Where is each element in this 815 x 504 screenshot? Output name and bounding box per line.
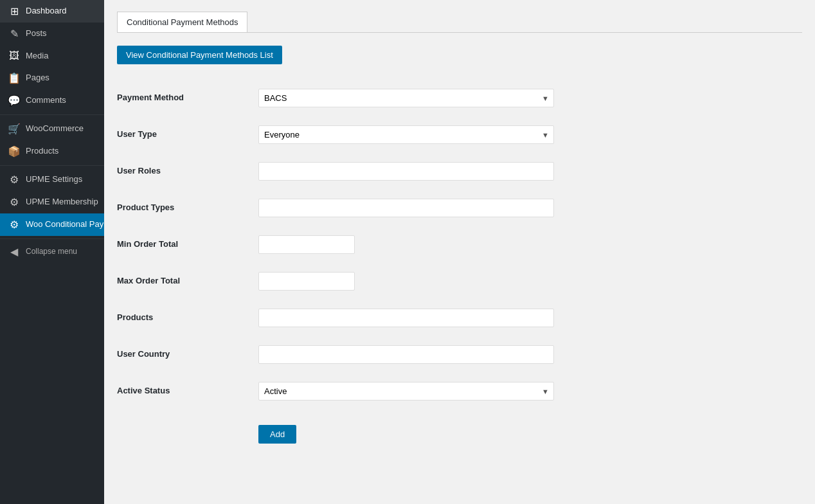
sidebar-item-label: Posts bbox=[26, 28, 47, 39]
user-type-select[interactable]: Everyone Logged In Logged Out bbox=[258, 125, 554, 144]
products-label: Products bbox=[117, 309, 258, 322]
max-order-row: Max Order Total bbox=[117, 263, 802, 300]
payment-method-label: Payment Method bbox=[117, 89, 258, 102]
pages-icon: 📋 bbox=[8, 72, 21, 84]
payment-method-field: BACS PayPal Stripe Cash on Delivery ▼ bbox=[258, 89, 554, 107]
products-row: Products bbox=[117, 300, 802, 336]
sidebar-collapse-menu[interactable]: ◀ Collapse menu bbox=[0, 242, 104, 262]
user-roles-row: User Roles bbox=[117, 153, 802, 190]
user-type-label: User Type bbox=[117, 125, 258, 139]
sidebar-item-woo-conditional[interactable]: ⚙ Woo Conditional Payment Methods bbox=[0, 213, 104, 236]
sidebar-item-dashboard[interactable]: ⊞ Dashboard bbox=[0, 0, 104, 22]
max-order-label: Max Order Total bbox=[117, 272, 258, 285]
sidebar: ⊞ Dashboard ✎ Posts 🖼 Media 📋 Pages 💬 Co… bbox=[0, 0, 104, 504]
add-button[interactable]: Add bbox=[258, 425, 296, 444]
upme-membership-icon: ⚙ bbox=[8, 196, 21, 208]
collapse-icon: ◀ bbox=[8, 246, 21, 258]
max-order-input[interactable] bbox=[258, 272, 355, 291]
upme-settings-icon: ⚙ bbox=[8, 174, 21, 186]
sidebar-item-label: Products bbox=[26, 146, 58, 157]
min-order-input[interactable] bbox=[258, 235, 355, 254]
collapse-label: Collapse menu bbox=[26, 247, 77, 257]
content-wrap: Conditional Payment Methods View Conditi… bbox=[104, 0, 815, 464]
tab-label: Conditional Payment Methods bbox=[127, 17, 238, 27]
active-status-row: Active Status Active Inactive ▼ bbox=[117, 373, 802, 410]
sidebar-item-upme-settings[interactable]: ⚙ UPME Settings bbox=[0, 168, 104, 191]
payment-method-select[interactable]: BACS PayPal Stripe Cash on Delivery bbox=[258, 89, 554, 107]
min-order-label: Min Order Total bbox=[117, 235, 258, 249]
sidebar-item-label: Media bbox=[26, 51, 48, 62]
sidebar-item-comments[interactable]: 💬 Comments bbox=[0, 89, 104, 112]
product-types-input[interactable] bbox=[258, 199, 554, 217]
dashboard-icon: ⊞ bbox=[8, 5, 21, 17]
product-types-row: Product Types bbox=[117, 190, 802, 226]
active-status-select[interactable]: Active Inactive bbox=[258, 382, 554, 401]
payment-method-row: Payment Method BACS PayPal Stripe Cash o… bbox=[117, 80, 802, 116]
products-field bbox=[258, 309, 554, 327]
sidebar-item-label: Woo Conditional Payment Methods bbox=[26, 219, 104, 230]
user-roles-input[interactable] bbox=[258, 162, 554, 181]
user-type-field: Everyone Logged In Logged Out ▼ bbox=[258, 125, 554, 144]
add-button-row: Add bbox=[117, 410, 802, 453]
view-list-button[interactable]: View Conditional Payment Methods List bbox=[117, 46, 282, 64]
sidebar-item-label: Dashboard bbox=[26, 6, 67, 17]
posts-icon: ✎ bbox=[8, 28, 21, 40]
comments-icon: 💬 bbox=[8, 94, 21, 107]
products-icon: 📦 bbox=[8, 145, 21, 158]
user-country-row: User Country bbox=[117, 336, 802, 373]
tab-bar: Conditional Payment Methods bbox=[117, 12, 802, 33]
min-order-row: Min Order Total bbox=[117, 226, 802, 263]
sidebar-divider-2 bbox=[0, 165, 104, 166]
active-status-label: Active Status bbox=[117, 382, 258, 395]
media-icon: 🖼 bbox=[8, 50, 21, 62]
active-status-field: Active Inactive ▼ bbox=[258, 382, 554, 401]
user-roles-label: User Roles bbox=[117, 162, 258, 176]
sidebar-item-pages[interactable]: 📋 Pages bbox=[0, 67, 104, 89]
user-country-label: User Country bbox=[117, 345, 258, 359]
add-label-spacer bbox=[117, 419, 258, 422]
products-input[interactable] bbox=[258, 309, 554, 327]
payment-method-select-wrap: BACS PayPal Stripe Cash on Delivery ▼ bbox=[258, 89, 554, 107]
sidebar-item-media[interactable]: 🖼 Media bbox=[0, 45, 104, 67]
main-content: Conditional Payment Methods View Conditi… bbox=[104, 0, 815, 504]
min-order-field bbox=[258, 235, 554, 254]
tab-conditional-payment-methods[interactable]: Conditional Payment Methods bbox=[117, 12, 247, 32]
sidebar-divider bbox=[0, 114, 104, 115]
product-types-field bbox=[258, 199, 554, 217]
form: Payment Method BACS PayPal Stripe Cash o… bbox=[117, 80, 802, 453]
sidebar-item-products[interactable]: 📦 Products bbox=[0, 140, 104, 163]
woo-conditional-icon: ⚙ bbox=[8, 219, 21, 231]
sidebar-item-label: Pages bbox=[26, 73, 49, 84]
sidebar-item-upme-membership[interactable]: ⚙ UPME Membership bbox=[0, 191, 104, 213]
sidebar-item-label: Comments bbox=[26, 95, 66, 106]
woocommerce-icon: 🛒 bbox=[8, 123, 21, 135]
user-roles-field bbox=[258, 162, 554, 181]
sidebar-item-label: UPME Settings bbox=[26, 174, 82, 185]
user-type-select-wrap: Everyone Logged In Logged Out ▼ bbox=[258, 125, 554, 144]
sidebar-item-label: WooCommerce bbox=[26, 123, 84, 134]
sidebar-item-label: UPME Membership bbox=[26, 197, 98, 208]
sidebar-divider-3 bbox=[0, 239, 104, 239]
user-country-field bbox=[258, 345, 554, 364]
sidebar-item-woocommerce[interactable]: 🛒 WooCommerce bbox=[0, 118, 104, 140]
active-status-select-wrap: Active Inactive ▼ bbox=[258, 382, 554, 401]
user-country-input[interactable] bbox=[258, 345, 554, 364]
product-types-label: Product Types bbox=[117, 199, 258, 212]
max-order-field bbox=[258, 272, 554, 291]
sidebar-item-posts[interactable]: ✎ Posts bbox=[0, 22, 104, 45]
user-type-row: User Type Everyone Logged In Logged Out … bbox=[117, 116, 802, 153]
add-button-field: Add bbox=[258, 419, 554, 444]
